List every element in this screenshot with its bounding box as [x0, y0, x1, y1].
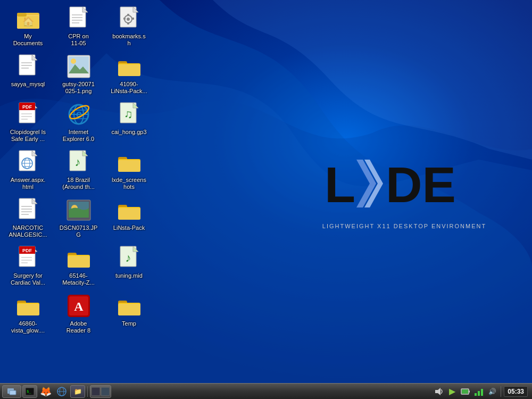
file-icon-3 — [66, 6, 92, 31]
svg-text:L: L — [325, 156, 355, 213]
icon-46860-vista[interactable]: 46860-vista_glow.... — [3, 290, 53, 338]
taskbar-clock-sep — [501, 386, 501, 397]
icon-gutsy[interactable]: gutsy-20071025-1.png — [53, 51, 104, 98]
svg-text:PDF: PDF — [22, 104, 32, 110]
icon-label: 41090-LiNsta-Pack... — [111, 81, 147, 95]
folder-icon-5 — [117, 197, 142, 223]
icon-linsta-pack[interactable]: LiNsta-Pack — [104, 194, 154, 242]
svg-text:♪: ♪ — [74, 155, 80, 169]
icon-label: 65146-Metacity-Z... — [62, 272, 95, 286]
svg-rect-80 — [127, 22, 129, 24]
clock[interactable]: 05:33 — [504, 386, 528, 397]
image-file-icon — [66, 54, 92, 79]
icon-clopidogrel[interactable]: PDF Clopidogrel IsSafe Early ... — [3, 98, 53, 146]
icon-label: sayya_mysql — [11, 81, 45, 88]
network-button[interactable] — [54, 385, 69, 398]
icon-tuning[interactable]: ♪ tuning.mid — [104, 242, 154, 290]
svg-rect-85 — [118, 64, 140, 76]
icon-dscn[interactable]: DSCN0713.JPG — [53, 194, 104, 242]
taskbar: $_ 🦊 📁 — [0, 383, 532, 399]
svg-text:♫: ♫ — [123, 107, 132, 121]
svg-text:🏠: 🏠 — [22, 16, 35, 28]
icon-adobe-reader[interactable]: A AdobeReader 8 — [53, 290, 104, 338]
folder-home-icon: 🏠 — [15, 6, 41, 31]
firefox-button[interactable]: 🦊 — [38, 385, 53, 398]
icon-cai-hong[interactable]: ♫ cai_hong.gp3 — [104, 98, 154, 146]
taskbar-right: ▶ 🔊 05:33 — [429, 386, 532, 397]
icon-surgery[interactable]: PDF Surgery forCardiac Val... — [3, 242, 53, 290]
terminal-button[interactable]: $_ — [22, 385, 37, 398]
icon-narcotic[interactable]: NARCOTICANALGESIC... — [3, 194, 53, 242]
svg-point-78 — [127, 18, 130, 21]
svg-text:♪: ♪ — [125, 251, 131, 264]
desktop-icons-container: 🏠 MyDocuments sayya_mysql — [0, 0, 165, 372]
adobe-reader-icon: A — [66, 293, 92, 319]
tray-icon-play[interactable]: ▶ — [446, 386, 458, 397]
icon-label: AdobeReader 8 — [66, 320, 90, 334]
lxde-logo: L DE Lightweight X11 Desktop Environment — [319, 149, 489, 229]
tray-icon-sound[interactable]: 🔊 — [486, 386, 498, 397]
icon-label: tuning.mid — [115, 272, 143, 279]
icon-label: MyDocuments — [13, 33, 43, 47]
icon-label: LiNsta-Pack — [113, 225, 145, 231]
icon-label: DSCN0713.JPG — [60, 225, 98, 238]
pdf-icon: PDF — [15, 102, 41, 127]
ie-icon: e — [66, 102, 92, 127]
pdf-icon-2: PDF — [15, 245, 41, 271]
desktop: L DE Lightweight X11 Desktop Environment… — [0, 0, 532, 399]
app-menu-button[interactable] — [2, 385, 21, 398]
icon-label: NARCOTICANALGESIC... — [9, 225, 47, 238]
icon-label: Clopidogrel IsSafe Early ... — [10, 129, 46, 143]
svg-rect-102 — [10, 390, 16, 395]
lxde-subtitle: Lightweight X11 Desktop Environment — [319, 223, 489, 229]
script-icon — [117, 6, 142, 31]
svg-point-54 — [71, 59, 76, 64]
icon-my-documents[interactable]: 🏠 MyDocuments — [3, 3, 53, 51]
svg-rect-8 — [17, 13, 27, 16]
icon-41090-linsta[interactable]: 41090-LiNsta-Pack... — [104, 51, 154, 98]
icon-label: cai_hong.gp3 — [111, 129, 146, 136]
svg-rect-108 — [92, 387, 100, 396]
svg-text:PDF: PDF — [22, 248, 32, 253]
icon-label: InternetExplorer 6.0 — [63, 129, 94, 143]
svg-rect-116 — [481, 389, 483, 396]
file-icon — [15, 54, 41, 79]
icon-bookmarks[interactable]: bookmarks.sh — [104, 3, 154, 51]
icon-65146-metacity[interactable]: 65146-Metacity-Z... — [53, 242, 104, 290]
svg-rect-115 — [478, 391, 480, 396]
icon-internet-explorer[interactable]: e InternetExplorer 6.0 — [53, 98, 104, 146]
tray-icon-network[interactable] — [473, 386, 485, 397]
desktop-switcher[interactable] — [90, 385, 111, 398]
icon-18-brazil[interactable]: ♪ 18 Brazil(Around th... — [53, 146, 104, 194]
icon-answer-aspx[interactable]: Answer.aspx.html — [3, 146, 53, 194]
icon-cpr[interactable]: CPR on11-05 — [53, 3, 104, 51]
tray-icon-battery[interactable] — [460, 386, 471, 397]
icon-label: lxde_screenshots — [112, 177, 146, 190]
svg-rect-44 — [17, 304, 39, 315]
file-manager-button[interactable]: 📁 — [70, 385, 85, 398]
svg-rect-71 — [68, 256, 90, 268]
icon-label: CPR on11-05 — [68, 33, 89, 47]
folder-icon-2 — [66, 245, 92, 271]
icon-label: 46860-vista_glow.... — [11, 320, 45, 334]
icon-label: bookmarks.sh — [112, 33, 145, 47]
web-file-icon — [15, 149, 41, 175]
icon-label: 18 Brazil(Around th... — [62, 177, 95, 190]
svg-rect-81 — [123, 18, 126, 20]
icon-label: Temp — [122, 320, 136, 327]
svg-text:A: A — [74, 300, 84, 313]
svg-text:DE: DE — [386, 156, 456, 213]
icon-sayya-mysql[interactable]: sayya_mysql — [3, 51, 53, 98]
photo-icon — [66, 197, 92, 223]
audio-icon: ♪ — [66, 149, 92, 175]
tray-icon-volume[interactable] — [433, 386, 445, 397]
icon-label: Surgery forCardiac Val... — [11, 272, 45, 286]
taskbar-separator — [87, 386, 88, 397]
svg-rect-82 — [132, 18, 134, 20]
svg-rect-100 — [118, 304, 140, 315]
svg-rect-94 — [118, 208, 140, 220]
icon-temp[interactable]: Temp — [104, 290, 154, 338]
folder-icon — [15, 293, 41, 319]
icon-lxde-screenshots[interactable]: lxde_screenshots — [104, 146, 154, 194]
svg-rect-79 — [127, 14, 129, 16]
